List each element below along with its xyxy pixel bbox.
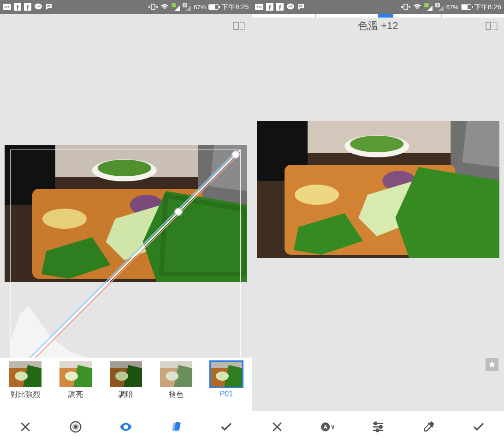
sim2-signal-icon: 2	[183, 3, 191, 11]
facebook-icon	[14, 3, 21, 11]
battery-percent: 67%	[446, 4, 458, 11]
adjust-value-label: 色溫 +12	[358, 19, 398, 33]
more-icon	[3, 4, 11, 10]
svg-point-73	[350, 136, 403, 152]
sliders-button[interactable]	[364, 413, 392, 441]
preset-thumb	[160, 361, 192, 387]
message-icon	[297, 3, 305, 11]
svg-point-33	[15, 371, 28, 381]
favorite-hint-icon[interactable]	[486, 358, 498, 371]
preset-thumb	[110, 361, 142, 387]
svg-rect-8	[47, 6, 51, 6]
svg-rect-10	[151, 4, 155, 10]
more-icon	[255, 4, 263, 10]
preset-label: 對比強烈	[11, 390, 40, 400]
sim1-signal-icon: 1	[172, 3, 180, 11]
status-time: 下午8:25	[221, 3, 249, 12]
preset-thumb	[210, 361, 243, 387]
wifi-icon	[413, 4, 421, 10]
wifi-icon	[160, 4, 169, 10]
svg-marker-16	[210, 145, 247, 191]
preset-thumb	[9, 361, 42, 387]
status-bar: LINE 1 2 67% 下午8:25	[0, 0, 252, 14]
svg-marker-70	[462, 121, 499, 167]
battery-icon	[208, 4, 219, 10]
svg-text:LINE: LINE	[36, 5, 41, 8]
top-bar	[0, 14, 252, 38]
facebook-icon	[24, 3, 31, 11]
screen-left: LINE 1 2 67% 下午8:25	[0, 0, 252, 443]
svg-text:A: A	[324, 424, 328, 430]
status-bar: LINE 1 2 67% 下午8:26	[252, 0, 504, 14]
svg-rect-82	[374, 422, 376, 425]
svg-text:LINE: LINE	[288, 5, 293, 8]
preset-p01[interactable]: P01	[206, 361, 247, 398]
svg-point-2	[6, 6, 8, 8]
preset-contrast[interactable]: 對比強烈	[5, 361, 46, 400]
svg-point-41	[115, 371, 128, 381]
compare-icon[interactable]	[486, 21, 498, 31]
bottom-toolbar: AW	[252, 411, 504, 443]
svg-point-45	[166, 371, 178, 381]
preset-brighten[interactable]: 調亮	[55, 361, 96, 400]
svg-marker-26	[10, 305, 241, 358]
battery-percent: 67%	[194, 4, 206, 11]
svg-rect-84	[376, 429, 378, 431]
vibrate-icon	[148, 3, 158, 11]
cards-tool-button[interactable]	[162, 413, 190, 441]
preview-image	[257, 121, 500, 258]
adjust-slider[interactable]	[252, 14, 504, 18]
vibrate-icon	[401, 3, 410, 11]
preset-label: 調暗	[119, 390, 133, 400]
preset-label: P01	[220, 390, 233, 398]
battery-icon	[461, 4, 471, 10]
compare-icon[interactable]	[233, 21, 245, 31]
auto-wb-button[interactable]: AW	[314, 413, 341, 441]
canvas-area[interactable]	[0, 38, 252, 358]
svg-point-55	[256, 6, 258, 8]
svg-rect-83	[379, 426, 381, 428]
close-button[interactable]	[263, 413, 291, 441]
svg-point-53	[125, 426, 127, 428]
svg-rect-63	[299, 6, 302, 7]
status-time: 下午8:26	[474, 3, 501, 12]
svg-point-37	[65, 371, 78, 381]
svg-point-19	[98, 160, 151, 176]
preset-thumb	[59, 361, 92, 387]
facebook-icon	[276, 3, 284, 11]
svg-rect-9	[47, 6, 50, 7]
svg-point-56	[258, 6, 260, 8]
svg-rect-62	[299, 6, 303, 6]
contrast-tool-button[interactable]	[62, 413, 89, 441]
canvas-area[interactable]	[252, 38, 504, 411]
line-icon: LINE	[286, 3, 295, 11]
confirm-button[interactable]	[465, 413, 492, 441]
sim2-signal-icon: 2	[435, 3, 444, 11]
preset-darken[interactable]: 調暗	[105, 361, 147, 400]
eyedropper-button[interactable]	[415, 413, 442, 441]
eye-tool-button[interactable]	[112, 413, 140, 441]
svg-point-49	[216, 371, 229, 381]
bottom-toolbar	[0, 411, 252, 443]
close-button[interactable]	[12, 413, 39, 441]
confirm-button[interactable]	[213, 413, 240, 441]
histogram	[10, 287, 241, 358]
preset-fade[interactable]: 褪色	[155, 361, 197, 400]
preset-label: 調亮	[68, 390, 83, 400]
top-bar: 色溫 +12	[252, 14, 504, 38]
line-icon: LINE	[34, 3, 42, 11]
svg-point-3	[8, 6, 10, 8]
svg-point-1	[5, 6, 6, 8]
svg-point-75	[295, 185, 339, 205]
svg-point-21	[42, 209, 87, 229]
facebook-icon	[266, 3, 273, 11]
screen-right: LINE 1 2 67% 下午8:26 色溫 +12	[252, 0, 504, 443]
svg-point-52	[74, 426, 77, 428]
sim1-signal-icon: 1	[424, 3, 433, 11]
svg-rect-64	[404, 4, 408, 10]
svg-rect-11	[234, 22, 238, 30]
svg-text:W: W	[332, 424, 334, 431]
message-icon	[45, 3, 53, 11]
svg-rect-65	[486, 22, 491, 30]
preview-image	[5, 145, 247, 282]
